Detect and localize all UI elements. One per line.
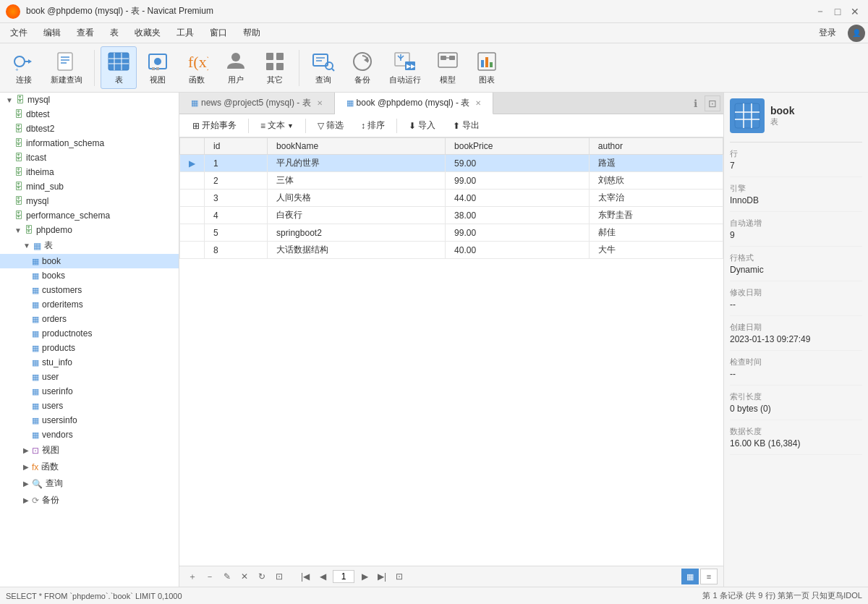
sidebar-item-information-schema[interactable]: 🗄 information_schema	[0, 136, 179, 150]
sidebar-item-query-folder[interactable]: ▶ 🔍 查询	[0, 475, 179, 492]
last-page-button[interactable]: ▶|	[375, 569, 389, 584]
custom-nav-button[interactable]: ⊡	[392, 569, 407, 584]
sidebar-item-usersinfo[interactable]: ▦ usersinfo	[0, 413, 179, 428]
minimize-button[interactable]: －	[813, 4, 827, 19]
col-id[interactable]: id	[205, 138, 268, 155]
menu-help[interactable]: 帮助	[236, 24, 268, 42]
col-author[interactable]: author	[589, 138, 723, 155]
cell-id[interactable]: 2	[205, 172, 268, 190]
sidebar-item-customers[interactable]: ▦ customers	[0, 283, 179, 297]
sidebar-item-dbtest2[interactable]: 🗄 dbtest2	[0, 122, 179, 136]
backup-button[interactable]: 备份	[344, 47, 380, 88]
other-button[interactable]: 其它	[257, 47, 293, 88]
cell-bookName[interactable]: 大话数据结构	[268, 242, 446, 259]
sidebar-item-products[interactable]: ▦ products	[0, 341, 179, 355]
cell-id[interactable]: 8	[205, 242, 268, 259]
sidebar-item-phpdemo[interactable]: ▼ 🗄 phpdemo	[0, 223, 179, 237]
user-avatar[interactable]: 👤	[848, 25, 865, 42]
sidebar-item-dbtest[interactable]: 🗄 dbtest	[0, 107, 179, 122]
menu-view[interactable]: 查看	[69, 24, 101, 42]
col-bookname[interactable]: bookName	[268, 138, 446, 155]
new-query-button[interactable]: 新建查询	[45, 47, 88, 88]
delete-row-button[interactable]: －	[203, 569, 217, 584]
cell-bookName[interactable]: 人间失格	[268, 190, 446, 207]
import-button[interactable]: ⬇ 导入	[401, 117, 443, 134]
sidebar-item-orders[interactable]: ▦ orders	[0, 312, 179, 326]
export-button[interactable]: ⬆ 导出	[446, 117, 487, 134]
discard-button[interactable]: ✕	[237, 569, 252, 584]
page-input[interactable]	[333, 570, 354, 583]
cell-bookName[interactable]: 平凡的世界	[268, 155, 446, 172]
view-button[interactable]: 视图	[140, 47, 176, 88]
cell-bookPrice[interactable]: 38.00	[446, 207, 590, 224]
sidebar-item-orderitems[interactable]: ▦ orderitems	[0, 297, 179, 312]
cell-author[interactable]: 大牛	[589, 242, 723, 259]
cell-bookPrice[interactable]: 99.00	[446, 172, 590, 190]
cell-id[interactable]: 4	[205, 207, 268, 224]
cell-id[interactable]: 1	[205, 155, 268, 172]
sidebar-item-books[interactable]: ▦ books	[0, 268, 179, 283]
sidebar-item-mind-sub[interactable]: 🗄 mind_sub	[0, 179, 179, 194]
sidebar-item-userinfo[interactable]: ▦ userinfo	[0, 384, 179, 399]
cell-bookPrice[interactable]: 44.00	[446, 190, 590, 207]
cell-bookName[interactable]: 三体	[268, 172, 446, 190]
sidebar-item-performance[interactable]: 🗄 performance_schema	[0, 208, 179, 223]
next-page-button[interactable]: ▶	[357, 569, 372, 584]
chart-button[interactable]: 图表	[469, 47, 505, 88]
tab-book[interactable]: ▦ book @phpdemo (mysql) - 表 ✕	[335, 93, 494, 114]
grid-view-button[interactable]: ▦	[681, 569, 699, 584]
sidebar-item-itcast[interactable]: 🗄 itcast	[0, 150, 179, 165]
first-page-button[interactable]: |◀	[298, 569, 312, 584]
menu-edit[interactable]: 编辑	[36, 24, 68, 42]
add-row-button[interactable]: ＋	[185, 569, 200, 584]
close-button[interactable]: ✕	[848, 4, 862, 19]
panel-toggle-button[interactable]: ⊡	[705, 95, 720, 111]
sidebar-item-view-folder[interactable]: ▶ ⊡ 视图	[0, 442, 179, 459]
sidebar-item-stu-info[interactable]: ▦ stu_info	[0, 355, 179, 370]
connect-button[interactable]: + 连接	[6, 47, 42, 88]
table-row[interactable]: ▶1平凡的世界59.00路遥	[180, 155, 723, 172]
data-table-container[interactable]: id bookName bookPrice author ▶1平凡的世界59.0…	[179, 137, 723, 566]
sidebar-item-mysql[interactable]: 🗄 mysql	[0, 194, 179, 208]
menu-file[interactable]: 文件	[3, 24, 35, 42]
sidebar-item-mysql-root[interactable]: ▼ 🗄 mysql	[0, 93, 179, 107]
sidebar-item-itheima[interactable]: 🗄 itheima	[0, 165, 179, 179]
menu-tools[interactable]: 工具	[169, 24, 201, 42]
tab-book-close[interactable]: ✕	[475, 99, 481, 107]
maximize-button[interactable]: □	[830, 4, 845, 19]
table-row[interactable]: 4白夜行38.00东野圭吾	[180, 207, 723, 224]
cell-author[interactable]: 路遥	[589, 155, 723, 172]
sidebar-item-user[interactable]: ▦ user	[0, 370, 179, 384]
query-button[interactable]: 查询	[305, 47, 341, 88]
begin-transaction-button[interactable]: ⊞ 开始事务	[185, 117, 244, 134]
tab-news[interactable]: ▦ news @project5 (mysql) - 表 ✕	[179, 93, 335, 114]
table-row[interactable]: 2三体99.00刘慈欣	[180, 172, 723, 190]
filter-button[interactable]: ▽ 筛选	[310, 117, 351, 134]
refresh-button[interactable]: ↻	[255, 569, 269, 584]
cell-bookPrice[interactable]: 99.00	[446, 224, 590, 242]
sidebar-item-table-folder[interactable]: ▼ ▦ 表	[0, 237, 179, 254]
cell-author[interactable]: 郝佳	[589, 224, 723, 242]
sidebar-item-function-folder[interactable]: ▶ fx 函数	[0, 459, 179, 475]
table-row[interactable]: 8大话数据结构40.00大牛	[180, 242, 723, 259]
tab-news-close[interactable]: ✕	[317, 99, 323, 107]
info-button[interactable]: ℹ	[687, 95, 703, 111]
user-button[interactable]: 用户	[218, 47, 254, 88]
model-button[interactable]: 模型	[430, 47, 466, 88]
text-button[interactable]: ≡ 文本 ▼	[253, 117, 301, 134]
sidebar-item-productnotes[interactable]: ▦ productnotes	[0, 326, 179, 341]
function-button[interactable]: f(x) 函数	[179, 47, 215, 88]
cell-bookPrice[interactable]: 40.00	[446, 242, 590, 259]
cell-author[interactable]: 东野圭吾	[589, 207, 723, 224]
form-view-button[interactable]: ≡	[700, 569, 718, 584]
custom-button[interactable]: ⊡	[272, 569, 286, 584]
cell-bookName[interactable]: springboot2	[268, 224, 446, 242]
table-row[interactable]: 5springboot299.00郝佳	[180, 224, 723, 242]
sidebar-item-book[interactable]: ▦ book	[0, 254, 179, 268]
sidebar-item-vendors[interactable]: ▦ vendors	[0, 428, 179, 442]
sidebar-item-users[interactable]: ▦ users	[0, 399, 179, 413]
prev-page-button[interactable]: ◀	[315, 569, 330, 584]
menu-favorites[interactable]: 收藏夹	[127, 24, 168, 42]
sidebar-item-backup-folder[interactable]: ▶ ⟳ 备份	[0, 492, 179, 509]
table-row[interactable]: 3人间失格44.00太宰治	[180, 190, 723, 207]
